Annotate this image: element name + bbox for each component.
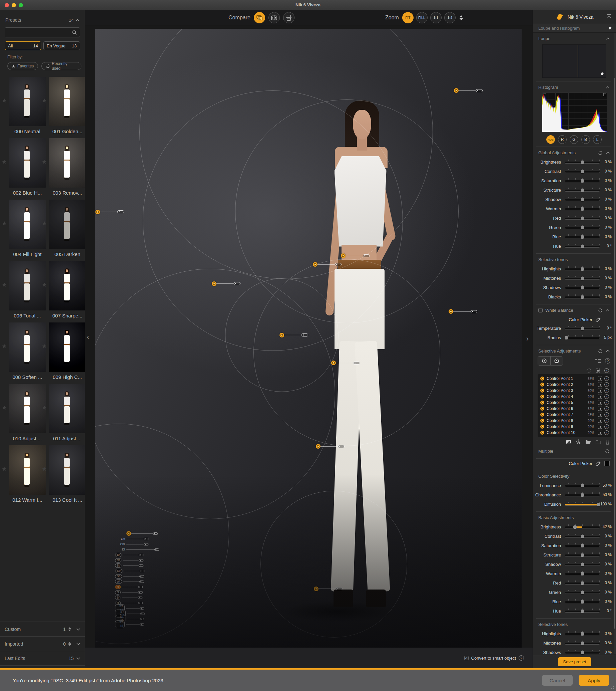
slider-thumb[interactable] [581, 572, 584, 575]
slider-thumb[interactable] [581, 484, 584, 487]
mini-slider-row[interactable]: Wr [115, 580, 144, 584]
canvas-control-point[interactable] [448, 309, 477, 314]
slider-thumb[interactable] [581, 610, 584, 613]
control-point-slider-handle[interactable] [338, 445, 345, 448]
selective-adjustments-header[interactable]: Selective Adjustments [533, 345, 614, 356]
slider-track-brightness[interactable] [565, 524, 600, 529]
control-point-row[interactable]: Control Point 1020%✓ [537, 430, 611, 436]
favorite-star-icon[interactable] [42, 98, 47, 103]
mini-slider-row[interactable]: R [115, 585, 143, 589]
mini-slider-handle[interactable] [139, 554, 144, 556]
slider-thumb[interactable] [581, 179, 584, 183]
collapse-right-panel-arrow[interactable]: › [526, 335, 529, 342]
histogram-channel-g[interactable]: G [570, 135, 578, 144]
control-point-mask-toggle[interactable] [598, 419, 602, 423]
chevron-up-icon[interactable] [606, 309, 610, 311]
canvas-control-point[interactable] [314, 587, 343, 591]
collapse-left-panel-arrow[interactable]: ‹ [87, 334, 89, 340]
chevron-up-icon[interactable] [606, 350, 610, 352]
shadow-clipping-indicator[interactable] [543, 93, 546, 96]
favorite-star-icon[interactable] [42, 160, 47, 164]
mini-slider-row[interactable]: Chr [115, 542, 148, 546]
trash-icon[interactable] [605, 440, 610, 445]
zoom-stepper[interactable] [460, 15, 463, 20]
control-point-slider-handle[interactable] [476, 89, 483, 92]
control-point-mask-toggle[interactable] [598, 406, 602, 411]
histogram-channel-b[interactable]: B [581, 135, 590, 144]
loupe-preview[interactable] [542, 44, 606, 78]
select-all-points-icon[interactable] [587, 369, 591, 373]
slider-track-blacks[interactable] [565, 294, 600, 299]
preset-item[interactable]: 001 Golden... [49, 77, 85, 134]
slider-track-highlights[interactable] [565, 266, 600, 271]
mini-slider-handle[interactable] [138, 586, 143, 588]
control-point-dot[interactable] [454, 88, 459, 93]
control-point-enabled-checkbox[interactable]: ✓ [604, 424, 609, 429]
loupe-section-header[interactable]: Loupe [533, 33, 614, 43]
mini-slider-handle[interactable] [138, 596, 142, 599]
mini-slider-row[interactable]: Sh [115, 574, 144, 578]
control-point-row[interactable]: Control Point 420%✓ [537, 394, 611, 400]
canvas-control-point[interactable] [212, 281, 240, 286]
mini-slider-handle[interactable] [140, 612, 145, 615]
control-point-enabled-checkbox[interactable]: ✓ [604, 406, 609, 411]
histogram-channel-rgb[interactable]: RGB [546, 135, 555, 144]
preset-thumbnail[interactable] [9, 77, 46, 126]
mini-slider-handle[interactable] [139, 575, 144, 578]
save-preset-button[interactable]: Save preset [558, 657, 591, 666]
resize-grip[interactable] [611, 686, 615, 690]
minimize-window-button[interactable] [12, 3, 16, 7]
cancel-button[interactable]: Cancel [542, 675, 573, 686]
slider-track-structure[interactable] [565, 188, 600, 192]
help-icon[interactable]: ? [519, 655, 524, 661]
compare-split-vertical-button[interactable] [268, 12, 280, 23]
slider-track-shadow[interactable] [565, 197, 600, 202]
slider-thumb[interactable] [581, 277, 584, 280]
slider-thumb[interactable] [565, 336, 568, 339]
control-point-mask-toggle[interactable] [598, 431, 602, 435]
mini-slider-row[interactable]: St [115, 564, 144, 567]
slider-thumb[interactable] [581, 632, 584, 635]
slider-thumb[interactable] [581, 295, 584, 299]
favorite-star-icon[interactable] [2, 160, 7, 164]
reset-icon[interactable] [598, 349, 603, 354]
preset-thumbnail[interactable] [49, 445, 85, 495]
preset-thumbnail[interactable] [9, 322, 46, 372]
slider-thumb[interactable] [581, 535, 584, 538]
control-point-mask-toggle[interactable] [598, 377, 602, 380]
preset-item[interactable]: 011 Adjust ... [49, 384, 85, 441]
control-point-dot[interactable] [95, 210, 100, 214]
control-point-row[interactable]: Control Point 820%✓ [537, 418, 611, 424]
control-point-mask-toggle[interactable] [598, 382, 602, 386]
control-point-row[interactable]: Control Point 532%✓ [537, 400, 611, 405]
histogram-channel-l[interactable]: L [593, 135, 602, 144]
picked-color-swatch[interactable] [604, 461, 610, 466]
slider-track-luminance[interactable] [565, 483, 600, 488]
slider-thumb[interactable] [581, 161, 584, 164]
slider-thumb[interactable] [581, 226, 584, 229]
slider-track-radius[interactable] [565, 335, 600, 340]
preset-item[interactable]: 008 Soften ... [9, 322, 46, 380]
reset-icon[interactable] [598, 150, 603, 155]
control-point-row[interactable]: Control Point 350%✓ [537, 388, 611, 394]
chevron-up-icon[interactable] [606, 86, 610, 88]
slider-track-structure[interactable] [565, 552, 600, 557]
preset-thumbnail[interactable] [49, 322, 85, 372]
control-point-slider-handle[interactable] [234, 282, 240, 285]
control-point-row[interactable]: Control Point 723%✓ [537, 412, 611, 418]
slider-track-hue[interactable] [565, 609, 600, 613]
control-point-dot[interactable] [331, 360, 336, 365]
tab-all[interactable]: All 14 [5, 41, 41, 50]
slider-track-shadows[interactable] [565, 285, 600, 290]
control-point-mask-toggle[interactable] [598, 425, 602, 428]
mini-slider-row[interactable]: Df [115, 547, 159, 551]
preset-thumbnail[interactable] [9, 200, 46, 249]
reset-icon[interactable] [605, 449, 610, 454]
slider-track-green[interactable] [565, 225, 600, 230]
zoom-window-button[interactable] [19, 3, 23, 7]
control-point-dot[interactable] [280, 333, 284, 337]
control-point-dot[interactable] [126, 531, 131, 536]
collapse-all-icon[interactable] [607, 14, 612, 19]
control-point-slider-handle[interactable] [117, 210, 124, 213]
mini-slider-handle[interactable] [144, 538, 148, 540]
